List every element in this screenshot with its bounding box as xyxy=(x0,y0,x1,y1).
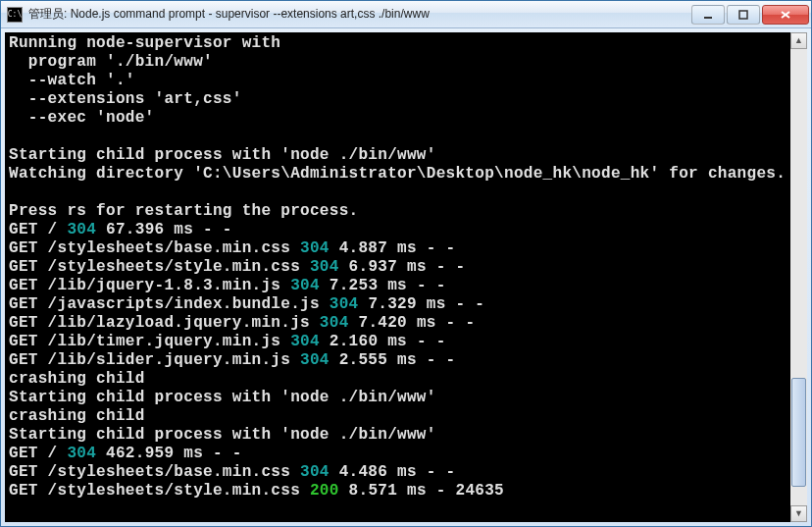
minimize-button[interactable] xyxy=(691,5,725,25)
terminal-line xyxy=(9,128,803,146)
terminal-line xyxy=(9,184,803,202)
window: C:\ 管理员: Node.js command prompt - superv… xyxy=(0,0,812,527)
window-controls xyxy=(689,5,809,25)
terminal-line: GET /lib/lazyload.jquery.min.js 304 7.42… xyxy=(9,314,803,333)
scroll-down-button[interactable]: ▼ xyxy=(790,505,807,522)
terminal-line: GET / 304 462.959 ms - - xyxy=(9,445,803,463)
terminal-line: GET / 304 67.396 ms - - xyxy=(9,221,803,239)
terminal-line: program './bin/www' xyxy=(9,53,803,72)
close-icon xyxy=(780,10,791,20)
terminal-line: GET /stylesheets/style.min.css 304 6.937… xyxy=(9,258,803,277)
terminal-line: GET /stylesheets/style.min.css 200 8.571… xyxy=(9,482,803,501)
terminal-line: Starting child process with 'node ./bin/… xyxy=(9,146,803,165)
chevron-down-icon: ▼ xyxy=(794,509,803,518)
terminal-line: Watching directory 'C:\Users\Administrat… xyxy=(9,165,803,184)
titlebar[interactable]: C:\ 管理员: Node.js command prompt - superv… xyxy=(1,1,811,28)
app-icon: C:\ xyxy=(7,7,23,23)
minimize-icon xyxy=(703,10,713,20)
scroll-up-button[interactable]: ▲ xyxy=(790,32,807,49)
terminal-line: GET /javascripts/index.bundle.js 304 7.3… xyxy=(9,295,803,314)
terminal-line: GET /lib/slider.jquery.min.js 304 2.555 … xyxy=(9,351,803,370)
window-title: 管理员: Node.js command prompt - supervisor… xyxy=(28,6,689,23)
terminal-line: GET /stylesheets/base.min.css 304 4.486 … xyxy=(9,463,803,482)
terminal-line: crashing child xyxy=(9,407,803,426)
maximize-icon xyxy=(738,10,748,20)
terminal-line: Starting child process with 'node ./bin/… xyxy=(9,389,803,407)
terminal-line: GET /lib/timer.jquery.min.js 304 2.160 m… xyxy=(9,333,803,351)
svg-rect-1 xyxy=(739,11,747,19)
scroll-track[interactable] xyxy=(790,49,807,505)
client-area: Running node-supervisor with program './… xyxy=(5,32,807,522)
terminal-line: --exec 'node' xyxy=(9,109,803,128)
terminal-output: Running node-supervisor with program './… xyxy=(5,32,807,502)
terminal-line: --watch '.' xyxy=(9,72,803,90)
chevron-up-icon: ▲ xyxy=(794,36,803,45)
maximize-button[interactable] xyxy=(727,5,760,25)
terminal-line: crashing child xyxy=(9,370,803,389)
svg-rect-0 xyxy=(704,17,712,19)
terminal-line: Press rs for restarting the process. xyxy=(9,202,803,221)
scroll-thumb[interactable] xyxy=(791,378,806,488)
terminal-line: Running node-supervisor with xyxy=(9,34,803,53)
close-button[interactable] xyxy=(762,5,809,25)
terminal-line: Starting child process with 'node ./bin/… xyxy=(9,426,803,445)
terminal-line: GET /lib/jquery-1.8.3.min.js 304 7.253 m… xyxy=(9,277,803,295)
terminal-line: GET /stylesheets/base.min.css 304 4.887 … xyxy=(9,239,803,258)
terminal-line: --extensions 'art,css' xyxy=(9,90,803,109)
vertical-scrollbar[interactable]: ▲ ▼ xyxy=(790,32,807,522)
